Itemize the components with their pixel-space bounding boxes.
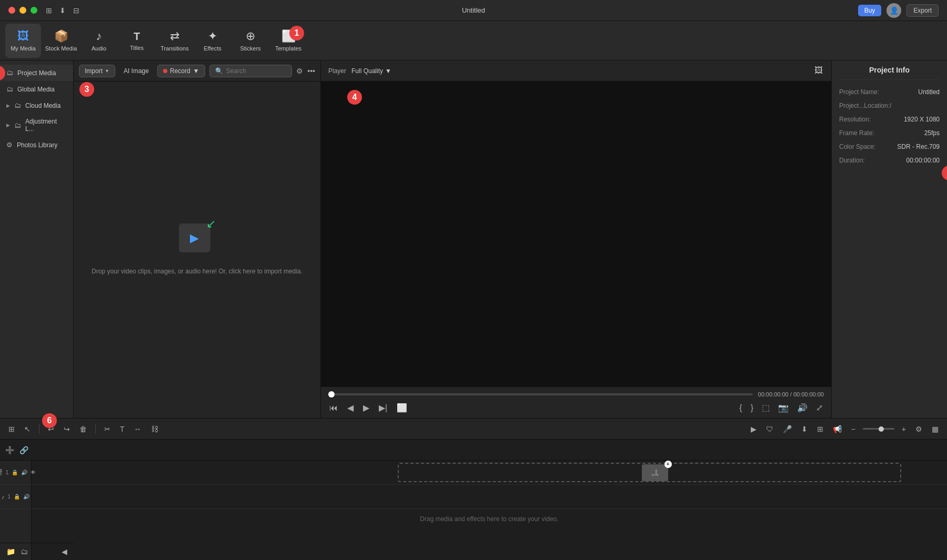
- ripple-button[interactable]: ↔: [132, 423, 144, 435]
- import-chevron-icon: ▼: [105, 68, 109, 74]
- zoom-thumb: [879, 426, 884, 432]
- zoom-minus-button[interactable]: −: [849, 423, 858, 435]
- toolbar-titles-label: Titles: [130, 45, 144, 51]
- skip-back-button[interactable]: ⏮: [328, 402, 339, 414]
- frame-back-button[interactable]: ◀: [346, 402, 355, 414]
- snapshot-btn[interactable]: 📷: [777, 402, 790, 414]
- export-button[interactable]: Export: [906, 4, 939, 17]
- player-header: Player Full Quality ▼ 🖼: [321, 60, 831, 82]
- transitions-icon: ⇄: [170, 29, 179, 43]
- track-controls-area: 🏞 + Drag media and effects here to creat…: [32, 461, 947, 560]
- toolbar-my-media[interactable]: 🖼 My Media: [5, 24, 41, 58]
- drop-hint-text: Drop your video clips, images, or audio …: [92, 267, 303, 276]
- info-value-resolution: 1920 X 1080: [904, 116, 940, 123]
- filter-button[interactable]: ⚙: [296, 67, 303, 75]
- cut-button[interactable]: ✂: [102, 423, 113, 435]
- timeline-scrubber[interactable]: [328, 393, 753, 395]
- mark-in-button[interactable]: {: [738, 402, 743, 414]
- ai-image-button[interactable]: AI Image: [119, 65, 153, 77]
- timeline-divider-2: [95, 424, 96, 434]
- badge-1: 1: [289, 26, 304, 40]
- info-label-colorspace: Color Space:: [839, 143, 875, 150]
- frame-forward-button[interactable]: ▶|: [378, 402, 388, 414]
- more-options-button[interactable]: •••: [307, 67, 315, 75]
- video-drop-zone[interactable]: 🏞 +: [398, 463, 901, 482]
- add-track-button[interactable]: ➕: [5, 446, 14, 454]
- timeline-select-button[interactable]: ↖: [22, 423, 33, 435]
- minimize-button[interactable]: [19, 7, 26, 14]
- crop-button[interactable]: ⬚: [761, 402, 771, 414]
- window-title: Untitled: [462, 6, 485, 14]
- sidebar-item-global-media[interactable]: 🗂 Global Media 3: [0, 81, 73, 97]
- video-volume-button[interactable]: 🔊: [21, 470, 27, 475]
- zoom-track[interactable]: [863, 428, 894, 430]
- audio-lock-button[interactable]: 🔒: [14, 494, 20, 500]
- sidebar-item-cloud-media[interactable]: ▶ 🗂 Cloud Media: [0, 97, 73, 114]
- text-button[interactable]: T: [118, 423, 127, 435]
- quality-select[interactable]: Full Quality ▼: [351, 67, 391, 75]
- search-box[interactable]: 🔍: [209, 65, 293, 77]
- sidebar-global-media-label: Global Media: [17, 86, 55, 93]
- link-timeline-button[interactable]: 🔗: [19, 446, 28, 454]
- speaker-button[interactable]: 📢: [831, 423, 844, 435]
- player-controls: ⏮ ◀ ▶ ▶| ⬜: [328, 402, 408, 414]
- stop-button[interactable]: ⬜: [396, 402, 408, 414]
- info-row-framerate: Frame Rate: 25fps: [839, 129, 940, 137]
- info-label-resolution: Resolution:: [839, 116, 871, 123]
- audio-track-area[interactable]: [32, 485, 947, 509]
- timeline-grid-button[interactable]: ⊞: [6, 423, 17, 435]
- import-timeline-button[interactable]: ⬇: [799, 423, 810, 435]
- sidebar-item-photos-library[interactable]: ⚙ Photos Library: [0, 137, 73, 153]
- maximize-button[interactable]: [31, 7, 37, 14]
- badge-4: 4: [347, 90, 362, 105]
- toolbar-templates[interactable]: ⬜ Templates 1: [270, 24, 306, 58]
- redo-button[interactable]: ↪: [62, 423, 72, 435]
- total-time: 00:00:00:00: [793, 391, 824, 398]
- sidebar-item-adjustment[interactable]: ▶ 🗂 Adjustment L...: [0, 114, 73, 137]
- play-button[interactable]: ▶: [362, 402, 370, 414]
- import-button[interactable]: Import ▼: [79, 65, 115, 77]
- toolbar-titles[interactable]: T Titles: [119, 24, 155, 58]
- mic-button[interactable]: 🎤: [781, 423, 794, 435]
- my-media-icon: 🖼: [17, 29, 29, 43]
- zoom-plus-button[interactable]: +: [900, 423, 908, 435]
- sidebar-item-project-media[interactable]: 🗂 Project Media 2: [0, 65, 73, 81]
- volume-button[interactable]: 🔊: [796, 402, 809, 414]
- delete-button[interactable]: 🗑: [77, 423, 89, 435]
- toolbar-transitions[interactable]: ⇄ Transitions: [157, 24, 193, 58]
- layout-button[interactable]: ▦: [930, 423, 941, 435]
- toolbar-stock-media[interactable]: 📦 Stock Media: [43, 24, 79, 58]
- drag-thumbnail: 🏞 +: [642, 464, 668, 481]
- playback-button[interactable]: ▶: [749, 423, 759, 435]
- grid-layout-button[interactable]: ⊞: [815, 423, 825, 435]
- search-icon: 🔍: [215, 67, 223, 75]
- search-input[interactable]: [226, 67, 287, 75]
- stickers-icon: ⊕: [246, 29, 255, 43]
- record-button[interactable]: Record ▼: [157, 65, 205, 77]
- link-button[interactable]: ⛓: [149, 423, 160, 435]
- fullscreen-button[interactable]: ⤢: [815, 402, 824, 414]
- quality-label: Full Quality: [351, 67, 383, 75]
- player-footer: 00:00:00:00 / 00:00:00:00 ⏮ ◀ ▶ ▶| ⬜ { }…: [321, 386, 831, 418]
- chevron-right-icon-adj: ▶: [6, 123, 10, 128]
- audio-volume-button[interactable]: 🔊: [23, 494, 29, 500]
- toolbar-effects[interactable]: ✦ Effects: [195, 24, 230, 58]
- video-track-area[interactable]: 🏞 +: [32, 461, 947, 485]
- toolbar-audio[interactable]: ♪ Audio: [81, 24, 117, 58]
- media-drop-zone[interactable]: ↙ ▶ Drop your video clips, images, or au…: [74, 82, 320, 418]
- close-button[interactable]: [8, 7, 15, 14]
- video-lock-button[interactable]: 🔒: [12, 470, 18, 475]
- toolbar-stickers[interactable]: ⊕ Stickers: [233, 24, 268, 58]
- timeline-right-tools: ▶ 🛡 🎤 ⬇ ⊞ 📢 − + ⚙ ▦: [749, 423, 941, 435]
- avatar: 👤: [886, 3, 901, 18]
- record-chevron-icon: ▼: [193, 67, 199, 75]
- buy-button[interactable]: Buy: [858, 5, 882, 16]
- drop-icon: ↙ ▶: [179, 223, 216, 260]
- badge-6: 6: [42, 413, 57, 428]
- shield-button[interactable]: 🛡: [764, 423, 775, 435]
- record-label: Record: [170, 67, 190, 75]
- settings-button[interactable]: ⚙: [913, 423, 924, 435]
- mark-out-button[interactable]: }: [750, 402, 754, 414]
- snapshot-button[interactable]: 🖼: [814, 66, 823, 75]
- drag-hint-container: Drag media and effects here to create yo…: [32, 509, 947, 529]
